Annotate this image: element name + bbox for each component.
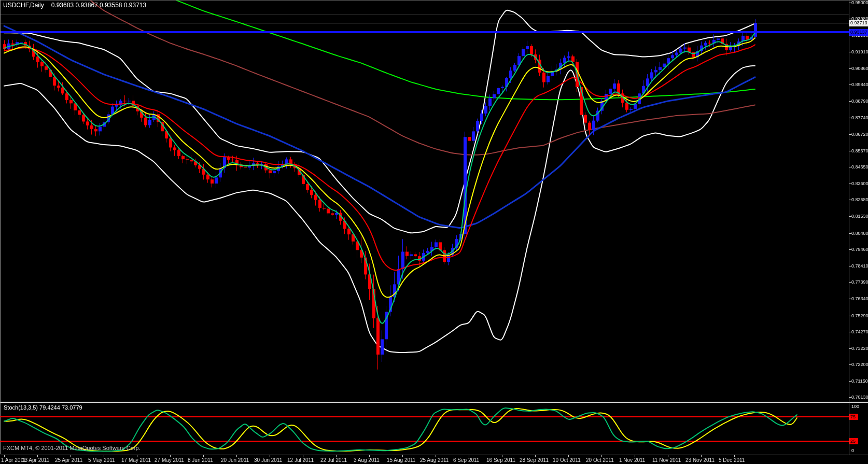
- price-tick-label: 0.82580: [851, 197, 868, 203]
- date-tick-label: 25 Apr 2011: [55, 457, 82, 463]
- price-tick-label: 0.77390: [851, 279, 868, 285]
- mt4-chart-window: USDCHF,Daily0.93683 0.93867 0.93558 0.93…: [0, 0, 868, 464]
- price-tick-label: 0.84650: [851, 164, 868, 170]
- chart-ohlc-values: 0.93683 0.93867 0.93558 0.93713: [51, 2, 147, 9]
- stoch-level-25-box: 25: [849, 438, 858, 444]
- price-tick-label: 0.71150: [851, 378, 868, 384]
- date-tick-label: 1 Nov 2011: [619, 457, 645, 463]
- price-tick-label: 0.90860: [851, 66, 868, 72]
- date-tick-label: 23 Nov 2011: [685, 457, 715, 463]
- date-tick-label: 5 May 2011: [88, 457, 115, 463]
- price-tick-label: 0.70130: [851, 395, 868, 400]
- price-tick-label: 0.80480: [851, 231, 868, 236]
- blue-line-price-marker: 0.93137: [849, 29, 868, 36]
- date-tick-label: 5 Dec 2011: [719, 457, 745, 463]
- price-tick-label: 0.76340: [851, 296, 868, 302]
- stoch-indicator-label: Stoch(13,3,5) 79.4244 73.0779: [4, 404, 82, 411]
- date-tick-label: 11 Nov 2011: [652, 457, 681, 463]
- date-tick-label: 16 Sep 2011: [486, 457, 515, 463]
- date-tick-label: 15 Aug 2011: [387, 457, 415, 463]
- stoch-scale-0: 0: [851, 448, 854, 454]
- chart-symbol-period: USDCHF,Daily: [3, 2, 44, 9]
- price-tick-label: 0.86720: [851, 132, 868, 137]
- date-tick-label: 25 Aug 2011: [420, 457, 449, 463]
- chart-title: USDCHF,Daily0.93683 0.93867 0.93558 0.93…: [3, 2, 146, 9]
- date-tick-label: 22 Jul 2011: [320, 457, 347, 463]
- date-tick-label: 3 Aug 2011: [354, 457, 380, 463]
- price-tick-label: 0.91910: [851, 49, 868, 55]
- date-tick-label: 30 Jun 2011: [254, 457, 282, 463]
- date-tick-label: 20 Jun 2011: [221, 457, 249, 463]
- date-tick-label: 13 Apr 2011: [22, 457, 49, 463]
- price-tick-label: 0.95000: [851, 0, 868, 6]
- date-tick-label: 12 Jul 2011: [287, 457, 314, 463]
- chart-canvas[interactable]: [0, 0, 868, 464]
- price-tick-label: 0.79460: [851, 247, 868, 252]
- stoch-scale-100: 100: [851, 404, 859, 410]
- price-tick-label: 0.87740: [851, 115, 868, 121]
- date-tick-label: 10 Oct 2011: [553, 457, 581, 463]
- copyright-text: FXCM MT4, © 2001-2011 MetaQuotes Softwar…: [3, 445, 141, 451]
- date-tick-label: 27 May 2011: [155, 457, 184, 463]
- price-tick-label: 0.88790: [851, 99, 868, 104]
- price-tick-label: 0.74270: [851, 329, 868, 335]
- date-tick-label: 20 Oct 2011: [586, 457, 614, 463]
- price-tick-label: 0.89840: [851, 82, 868, 88]
- price-tick-label: 0.81530: [851, 214, 868, 219]
- date-tick-label: 6 Sep 2011: [453, 457, 479, 463]
- last-price-marker: 0.93713: [849, 20, 868, 26]
- price-tick-label: 0.75290: [851, 313, 868, 319]
- date-tick-label: 17 May 2011: [121, 457, 151, 463]
- price-tick-label: 0.72200: [851, 362, 868, 368]
- price-tick-label: 0.85670: [851, 148, 868, 154]
- date-tick-label: 8 Jun 2011: [188, 457, 213, 463]
- price-tick-label: 0.73220: [851, 346, 868, 351]
- price-tick-label: 0.83600: [851, 181, 868, 187]
- price-tick-label: 0.78410: [851, 263, 868, 269]
- stoch-level-75-box: 75: [849, 414, 858, 420]
- date-tick-label: 28 Sep 2011: [520, 457, 549, 463]
